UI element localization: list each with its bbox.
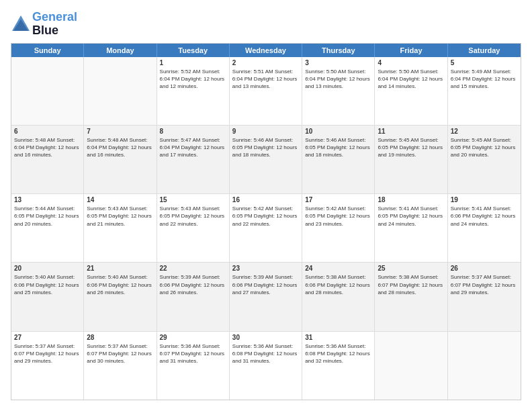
calendar-cell-26: 26Sunrise: 5:37 AM Sunset: 6:07 PM Dayli… <box>448 263 521 330</box>
logo-text: General Blue <box>32 11 77 38</box>
cell-info: Sunrise: 5:41 AM Sunset: 6:05 PM Dayligh… <box>378 205 444 228</box>
calendar-cell-19: 19Sunrise: 5:41 AM Sunset: 6:06 PM Dayli… <box>448 194 521 262</box>
cell-info: Sunrise: 5:42 AM Sunset: 6:05 PM Dayligh… <box>232 205 299 228</box>
cell-info: Sunrise: 5:51 AM Sunset: 6:04 PM Dayligh… <box>232 68 299 91</box>
cell-info: Sunrise: 5:46 AM Sunset: 6:05 PM Dayligh… <box>232 136 299 159</box>
calendar-cell-13: 13Sunrise: 5:44 AM Sunset: 6:05 PM Dayli… <box>11 194 84 262</box>
day-number: 5 <box>451 59 518 66</box>
cell-info: Sunrise: 5:38 AM Sunset: 6:06 PM Dayligh… <box>305 273 371 296</box>
cell-info: Sunrise: 5:50 AM Sunset: 6:04 PM Dayligh… <box>305 68 371 91</box>
calendar-cell-14: 14Sunrise: 5:43 AM Sunset: 6:05 PM Dayli… <box>84 194 157 262</box>
calendar-cell-16: 16Sunrise: 5:42 AM Sunset: 6:05 PM Dayli… <box>230 194 302 262</box>
weekday-header-tuesday: Tuesday <box>157 44 230 57</box>
calendar-cell-12: 12Sunrise: 5:45 AM Sunset: 6:05 PM Dayli… <box>448 126 521 193</box>
day-number: 17 <box>305 196 371 203</box>
cell-info: Sunrise: 5:45 AM Sunset: 6:05 PM Dayligh… <box>451 136 518 159</box>
day-number: 2 <box>232 59 299 66</box>
day-number: 13 <box>14 196 81 203</box>
calendar-cell-27: 27Sunrise: 5:37 AM Sunset: 6:07 PM Dayli… <box>11 332 84 400</box>
day-number: 28 <box>87 334 153 341</box>
calendar-cell-empty <box>448 332 521 400</box>
weekday-header-monday: Monday <box>84 44 157 57</box>
day-number: 15 <box>160 196 226 203</box>
cell-info: Sunrise: 5:40 AM Sunset: 6:06 PM Dayligh… <box>87 273 153 296</box>
day-number: 8 <box>160 128 226 135</box>
cell-info: Sunrise: 5:38 AM Sunset: 6:07 PM Dayligh… <box>378 273 444 296</box>
cell-info: Sunrise: 5:41 AM Sunset: 6:06 PM Dayligh… <box>451 205 518 228</box>
day-number: 10 <box>305 128 371 135</box>
cell-info: Sunrise: 5:48 AM Sunset: 6:04 PM Dayligh… <box>87 136 153 159</box>
cell-info: Sunrise: 5:37 AM Sunset: 6:07 PM Dayligh… <box>451 273 518 296</box>
weekday-header-sunday: Sunday <box>11 44 84 57</box>
day-number: 21 <box>87 265 153 272</box>
weekday-header-saturday: Saturday <box>448 44 521 57</box>
day-number: 19 <box>451 196 518 203</box>
calendar-row-4: 27Sunrise: 5:37 AM Sunset: 6:07 PM Dayli… <box>11 332 521 400</box>
calendar-cell-10: 10Sunrise: 5:46 AM Sunset: 6:05 PM Dayli… <box>302 126 375 193</box>
calendar-cell-25: 25Sunrise: 5:38 AM Sunset: 6:07 PM Dayli… <box>375 263 447 330</box>
calendar-body: 1Sunrise: 5:52 AM Sunset: 6:04 PM Daylig… <box>11 57 521 400</box>
cell-info: Sunrise: 5:42 AM Sunset: 6:05 PM Dayligh… <box>305 205 371 228</box>
calendar-cell-24: 24Sunrise: 5:38 AM Sunset: 6:06 PM Dayli… <box>302 263 375 330</box>
day-number: 6 <box>14 128 81 135</box>
calendar-row-0: 1Sunrise: 5:52 AM Sunset: 6:04 PM Daylig… <box>11 57 521 126</box>
cell-info: Sunrise: 5:39 AM Sunset: 6:06 PM Dayligh… <box>160 273 226 296</box>
calendar-cell-empty <box>375 332 447 400</box>
calendar-cell-17: 17Sunrise: 5:42 AM Sunset: 6:05 PM Dayli… <box>302 194 375 262</box>
cell-info: Sunrise: 5:52 AM Sunset: 6:04 PM Dayligh… <box>160 68 226 91</box>
logo-icon <box>11 14 31 34</box>
cell-info: Sunrise: 5:37 AM Sunset: 6:07 PM Dayligh… <box>14 342 81 365</box>
day-number: 14 <box>87 196 153 203</box>
calendar: SundayMondayTuesdayWednesdayThursdayFrid… <box>11 43 521 400</box>
calendar-cell-22: 22Sunrise: 5:39 AM Sunset: 6:06 PM Dayli… <box>157 263 230 330</box>
cell-info: Sunrise: 5:37 AM Sunset: 6:07 PM Dayligh… <box>87 342 153 365</box>
day-number: 23 <box>232 265 299 272</box>
day-number: 9 <box>232 128 299 135</box>
weekday-header-thursday: Thursday <box>302 44 375 57</box>
calendar-cell-18: 18Sunrise: 5:41 AM Sunset: 6:05 PM Dayli… <box>375 194 447 262</box>
day-number: 22 <box>160 265 226 272</box>
calendar-cell-7: 7Sunrise: 5:48 AM Sunset: 6:04 PM Daylig… <box>84 126 157 193</box>
day-number: 27 <box>14 334 81 341</box>
calendar-cell-3: 3Sunrise: 5:50 AM Sunset: 6:04 PM Daylig… <box>302 57 375 125</box>
calendar-cell-empty <box>84 57 157 125</box>
calendar-cell-20: 20Sunrise: 5:40 AM Sunset: 6:06 PM Dayli… <box>11 263 84 330</box>
cell-info: Sunrise: 5:40 AM Sunset: 6:06 PM Dayligh… <box>14 273 81 296</box>
calendar-cell-9: 9Sunrise: 5:46 AM Sunset: 6:05 PM Daylig… <box>230 126 302 193</box>
calendar-cell-8: 8Sunrise: 5:47 AM Sunset: 6:04 PM Daylig… <box>157 126 230 193</box>
page: General Blue SundayMondayTuesdayWednesda… <box>0 0 532 411</box>
weekday-header-friday: Friday <box>375 44 447 57</box>
day-number: 3 <box>305 59 371 66</box>
calendar-cell-5: 5Sunrise: 5:49 AM Sunset: 6:04 PM Daylig… <box>448 57 521 125</box>
calendar-cell-15: 15Sunrise: 5:43 AM Sunset: 6:05 PM Dayli… <box>157 194 230 262</box>
day-number: 24 <box>305 265 371 272</box>
day-number: 26 <box>451 265 518 272</box>
weekday-header-wednesday: Wednesday <box>230 44 302 57</box>
cell-info: Sunrise: 5:36 AM Sunset: 6:08 PM Dayligh… <box>305 342 371 365</box>
day-number: 4 <box>378 59 444 66</box>
calendar-cell-2: 2Sunrise: 5:51 AM Sunset: 6:04 PM Daylig… <box>230 57 302 125</box>
calendar-row-2: 13Sunrise: 5:44 AM Sunset: 6:05 PM Dayli… <box>11 194 521 263</box>
calendar-row-1: 6Sunrise: 5:48 AM Sunset: 6:04 PM Daylig… <box>11 126 521 194</box>
day-number: 29 <box>160 334 226 341</box>
day-number: 11 <box>378 128 444 135</box>
calendar-cell-23: 23Sunrise: 5:39 AM Sunset: 6:06 PM Dayli… <box>230 263 302 330</box>
calendar-header: SundayMondayTuesdayWednesdayThursdayFrid… <box>11 44 521 57</box>
header: General Blue <box>11 11 521 38</box>
calendar-cell-6: 6Sunrise: 5:48 AM Sunset: 6:04 PM Daylig… <box>11 126 84 193</box>
day-number: 20 <box>14 265 81 272</box>
cell-info: Sunrise: 5:49 AM Sunset: 6:04 PM Dayligh… <box>451 68 518 91</box>
calendar-cell-30: 30Sunrise: 5:36 AM Sunset: 6:08 PM Dayli… <box>230 332 302 400</box>
day-number: 7 <box>87 128 153 135</box>
logo: General Blue <box>11 11 77 38</box>
cell-info: Sunrise: 5:48 AM Sunset: 6:04 PM Dayligh… <box>14 136 81 159</box>
cell-info: Sunrise: 5:50 AM Sunset: 6:04 PM Dayligh… <box>378 68 444 91</box>
day-number: 18 <box>378 196 444 203</box>
day-number: 25 <box>378 265 444 272</box>
cell-info: Sunrise: 5:36 AM Sunset: 6:07 PM Dayligh… <box>160 342 226 365</box>
day-number: 12 <box>451 128 518 135</box>
calendar-cell-28: 28Sunrise: 5:37 AM Sunset: 6:07 PM Dayli… <box>84 332 157 400</box>
day-number: 30 <box>232 334 299 341</box>
calendar-cell-4: 4Sunrise: 5:50 AM Sunset: 6:04 PM Daylig… <box>375 57 447 125</box>
calendar-cell-empty <box>11 57 84 125</box>
